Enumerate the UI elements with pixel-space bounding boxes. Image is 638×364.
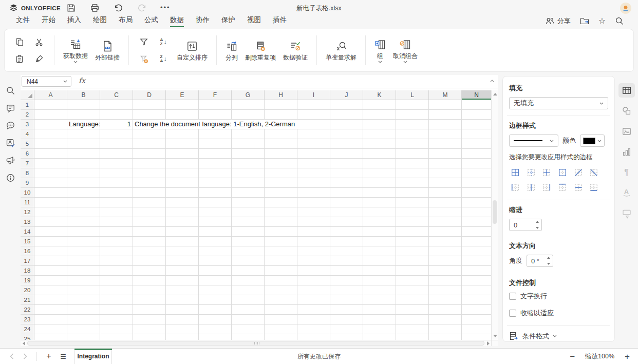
- angle-stepper[interactable]: 0 °: [527, 255, 553, 267]
- redo-button[interactable]: [137, 3, 147, 13]
- cell-K9[interactable]: [363, 178, 396, 188]
- cell-I1[interactable]: [297, 100, 330, 110]
- cell-J16[interactable]: [330, 246, 363, 256]
- cell-B21[interactable]: [67, 295, 100, 305]
- row-header-2[interactable]: 2: [21, 110, 34, 120]
- cell-K14[interactable]: [363, 227, 396, 237]
- tab-data[interactable]: 数据: [170, 15, 184, 27]
- cell-H10[interactable]: [265, 188, 297, 198]
- cell-A7[interactable]: [34, 159, 67, 168]
- cell-C1[interactable]: [100, 100, 133, 110]
- cell-G4[interactable]: [232, 129, 265, 139]
- cell-C21[interactable]: [100, 295, 133, 305]
- cell-I3[interactable]: [297, 120, 330, 129]
- cell-H4[interactable]: [265, 129, 297, 139]
- cell-K16[interactable]: [363, 246, 396, 256]
- row-header-1[interactable]: 1: [21, 100, 34, 110]
- cut-button[interactable]: [31, 35, 47, 49]
- prev-sheet-button[interactable]: [5, 349, 18, 364]
- cell-E6[interactable]: [166, 149, 199, 159]
- cell-J22[interactable]: [330, 305, 363, 315]
- cell-A10[interactable]: [34, 188, 67, 198]
- row-header-5[interactable]: 5: [21, 139, 34, 149]
- cell-M22[interactable]: [429, 305, 462, 315]
- cell-G20[interactable]: [232, 285, 265, 295]
- cell-H9[interactable]: [265, 178, 297, 188]
- column-header-B[interactable]: B: [67, 90, 100, 100]
- cell-G24[interactable]: [232, 324, 265, 334]
- ungroup-button[interactable]: 取消组合: [389, 37, 421, 63]
- row-header-4[interactable]: 4: [21, 129, 34, 139]
- add-sheet-button[interactable]: +: [42, 349, 56, 364]
- cell-G1[interactable]: [232, 100, 265, 110]
- cell-B8[interactable]: [67, 168, 100, 178]
- row-header-13[interactable]: 13: [21, 217, 34, 227]
- cell-A3[interactable]: [34, 120, 67, 129]
- cell-I19[interactable]: [297, 276, 330, 285]
- cell-E21[interactable]: [166, 295, 199, 305]
- cell-A14[interactable]: [34, 227, 67, 237]
- tab-home[interactable]: 开始: [42, 15, 55, 27]
- data-validation-button[interactable]: 数据验证: [279, 39, 311, 62]
- border-bottom-button[interactable]: [588, 181, 600, 194]
- cell-L14[interactable]: [396, 227, 429, 237]
- cell-E8[interactable]: [166, 168, 199, 178]
- cell-L17[interactable]: [396, 256, 429, 266]
- column-header-A[interactable]: A: [34, 90, 67, 100]
- cell-I22[interactable]: [297, 305, 330, 315]
- cell-E1[interactable]: [166, 100, 199, 110]
- cell-D2[interactable]: [133, 110, 166, 120]
- cell-L6[interactable]: [396, 149, 429, 159]
- cell-A21[interactable]: [34, 295, 67, 305]
- cell-L11[interactable]: [396, 198, 429, 207]
- row-header-7[interactable]: 7: [21, 159, 34, 168]
- cell-H11[interactable]: [265, 198, 297, 207]
- cell-D9[interactable]: [133, 178, 166, 188]
- cell-N13[interactable]: [462, 217, 491, 227]
- cell-L20[interactable]: [396, 285, 429, 295]
- cell-L9[interactable]: [396, 178, 429, 188]
- vertical-scroll-thumb[interactable]: [493, 200, 497, 224]
- cell-M9[interactable]: [429, 178, 462, 188]
- collapse-formula-bar-icon[interactable]: [490, 80, 494, 82]
- cell-J11[interactable]: [330, 198, 363, 207]
- cell-J17[interactable]: [330, 256, 363, 266]
- cell-H13[interactable]: [265, 217, 297, 227]
- cell-G16[interactable]: [232, 246, 265, 256]
- cell-G25[interactable]: [232, 334, 265, 340]
- row-header-24[interactable]: 24: [21, 324, 34, 334]
- cell-C3[interactable]: 1: [100, 120, 133, 129]
- row-header-12[interactable]: 12: [21, 207, 34, 217]
- cell-D18[interactable]: [133, 266, 166, 276]
- clear-filter-button[interactable]: [136, 52, 152, 66]
- cell-N11[interactable]: [462, 198, 491, 207]
- cell-B10[interactable]: [67, 188, 100, 198]
- cell-G22[interactable]: [232, 305, 265, 315]
- border-top-button[interactable]: [556, 181, 569, 194]
- cell-A11[interactable]: [34, 198, 67, 207]
- conditional-format-button[interactable]: 条件格式: [509, 331, 608, 341]
- sort-ascending-button[interactable]: AZ ↓: [156, 35, 171, 49]
- cell-F2[interactable]: [199, 110, 232, 120]
- cell-H16[interactable]: [265, 246, 297, 256]
- cell-F6[interactable]: [199, 149, 232, 159]
- cell-H18[interactable]: [265, 266, 297, 276]
- row-header-16[interactable]: 16: [21, 246, 34, 256]
- about-info-icon[interactable]: [5, 173, 15, 183]
- cell-N1[interactable]: [462, 100, 491, 110]
- cell-N5[interactable]: [462, 139, 491, 149]
- cell-settings-icon[interactable]: [618, 83, 635, 98]
- cell-M25[interactable]: [429, 334, 462, 340]
- cell-F12[interactable]: [199, 207, 232, 217]
- open-file-location-button[interactable]: [579, 16, 590, 26]
- text-to-columns-button[interactable]: 分列: [222, 39, 241, 62]
- cell-K2[interactable]: [363, 110, 396, 120]
- cell-I11[interactable]: [297, 198, 330, 207]
- cell-E19[interactable]: [166, 276, 199, 285]
- cell-M7[interactable]: [429, 159, 462, 168]
- cell-F9[interactable]: [199, 178, 232, 188]
- indent-stepper[interactable]: 0: [509, 219, 542, 231]
- cell-J13[interactable]: [330, 217, 363, 227]
- column-header-N[interactable]: N: [462, 90, 491, 100]
- tab-layout[interactable]: 布局: [119, 15, 133, 27]
